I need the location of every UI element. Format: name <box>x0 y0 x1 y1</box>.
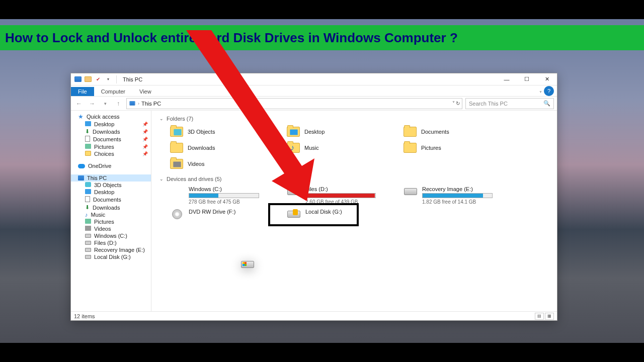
sidebar-item-files-d-[interactable]: Files (D:) <box>71 239 151 246</box>
sidebar-item-3d-objects[interactable]: 3D Objects <box>71 182 151 189</box>
sidebar-item-choices[interactable]: Choices 📌 <box>71 150 151 157</box>
drive-icon <box>85 254 91 260</box>
sidebar-item-desktop[interactable]: Desktop <box>71 189 151 196</box>
drive-label: Files (D:) <box>305 186 376 192</box>
sidebar-item-desktop[interactable]: Desktop 📌 <box>71 121 151 128</box>
qat-properties-icon[interactable] <box>84 75 92 83</box>
nav-forward-button[interactable]: → <box>87 99 97 109</box>
sidebar-item-pictures[interactable]: Pictures 📌 <box>71 143 151 150</box>
drive-local-disk-g-[interactable]: Local Disk (G:) <box>285 208 396 221</box>
drive-icon <box>403 186 418 197</box>
desktop-icon <box>85 189 91 195</box>
qat-dropdown-icon[interactable]: ▾ <box>104 75 112 83</box>
drive-icon <box>85 233 91 239</box>
drive-icon <box>170 186 185 197</box>
drive-label: Recovery Image (E:) <box>422 186 493 192</box>
drive-usage-bar <box>422 193 493 198</box>
sidebar-item-windows-c-[interactable]: Windows (C:) <box>71 232 151 239</box>
tab-view[interactable]: View <box>132 87 158 96</box>
sidebar-item-label: Music <box>91 212 106 218</box>
nav-up-button[interactable]: ↑ <box>113 99 123 109</box>
section-folders-header[interactable]: ⌄ Folders (7) <box>159 116 552 122</box>
folder-icon <box>85 151 91 157</box>
search-icon: 🔍 <box>543 100 550 107</box>
tab-file[interactable]: File <box>71 87 94 96</box>
sidebar-onedrive[interactable]: OneDrive <box>71 162 151 169</box>
sidebar-item-downloads[interactable]: ⬇ Downloads 📌 <box>71 128 151 135</box>
sidebar-item-pictures[interactable]: Pictures <box>71 218 151 225</box>
folder-icon <box>170 158 184 170</box>
cloud-icon <box>78 164 85 168</box>
drive-free-text: 2.60 GB free of 439 GB <box>305 199 376 205</box>
sidebar-item-label: Recovery Image (E:) <box>94 247 145 253</box>
drive-dvd-rw-drive-f-[interactable]: DVD RW Drive (F:) <box>169 208 279 221</box>
sidebar-item-downloads[interactable]: ⬇ Downloads <box>71 204 151 211</box>
qat-newfolder-icon[interactable]: ✔ <box>94 75 102 83</box>
sidebar-item-recovery-image-e-[interactable]: Recovery Image (E:) <box>71 246 151 253</box>
folder-3d-objects[interactable]: 3D Objects <box>169 125 279 139</box>
folder-desktop[interactable]: Desktop <box>285 125 396 139</box>
folder-music[interactable]: ♪ Music <box>285 141 396 155</box>
doc-icon <box>85 136 90 143</box>
sidebar-item-label: Local Disk (G:) <box>94 254 131 260</box>
search-input[interactable]: Search This PC 🔍 <box>465 98 554 109</box>
folder-label: Videos <box>188 161 204 167</box>
title-banner-text: How to Lock and Unlock entire Hard Disk … <box>5 30 458 46</box>
titlebar-separator <box>116 75 117 83</box>
folder-documents[interactable]: Documents <box>402 125 513 139</box>
drive-recovery-image-e-[interactable]: Recovery Image (E:) 1.82 GB free of 14.1… <box>402 185 513 206</box>
sidebar-item-label: Desktop <box>94 121 114 127</box>
section-drives-header[interactable]: ⌄ Devices and drives (5) <box>159 176 552 182</box>
view-tiles-button[interactable]: ▦ <box>545 313 554 320</box>
folder-videos[interactable]: Videos <box>169 157 279 171</box>
status-bar: 12 items ▤ ▦ <box>71 311 557 320</box>
window-title: This PC <box>121 76 142 82</box>
nav-back-button[interactable]: ← <box>74 99 84 109</box>
address-bar[interactable]: › This PC ˅ ↻ <box>126 98 462 109</box>
sidebar-item-music[interactable]: ♪ Music <box>71 211 151 218</box>
sidebar-quick-access[interactable]: ★ Quick access <box>71 113 151 121</box>
folder-icon: ♪ <box>286 142 300 154</box>
refresh-button[interactable]: ↻ <box>456 101 460 106</box>
sidebar-item-label: Documents <box>93 197 121 203</box>
sidebar-this-pc[interactable]: This PC <box>71 174 151 182</box>
folder-pictures[interactable]: Pictures <box>402 141 513 155</box>
folder-downloads[interactable]: Downloads <box>169 141 279 155</box>
address-bar-row: ← → ▾ ↑ › This PC ˅ ↻ Search This PC 🔍 <box>71 97 557 111</box>
sidebar-label: This PC <box>87 175 107 181</box>
minimize-button[interactable]: — <box>497 73 517 85</box>
pin-icon: 📌 <box>142 151 148 156</box>
sidebar-item-local-disk-g-[interactable]: Local Disk (G:) <box>71 253 151 260</box>
pic-icon <box>85 219 91 225</box>
sidebar-item-videos[interactable]: Videos <box>71 225 151 232</box>
content-pane: ⌄ Folders (7) 3D Objects Desktop Documen… <box>151 111 557 311</box>
status-item-count: 12 items <box>74 313 95 319</box>
maximize-button[interactable]: ☐ <box>517 73 537 85</box>
pc-icon <box>74 75 82 83</box>
tab-computer[interactable]: Computer <box>94 87 132 96</box>
chevron-down-icon: ⌄ <box>159 116 164 121</box>
titlebar: ✔ ▾ This PC — ☐ ✕ <box>71 73 557 85</box>
sidebar-item-documents[interactable]: Documents <box>71 196 151 204</box>
drive-icon <box>286 186 301 197</box>
drive-windows-c-[interactable]: Windows (C:) 278 GB free of 475 GB <box>169 185 279 206</box>
sidebar-item-label: Downloads <box>93 129 120 135</box>
folder-icon <box>170 142 184 154</box>
help-button[interactable]: ? <box>544 86 554 96</box>
drive-label: Windows (C:) <box>189 186 259 192</box>
drive-usage-bar <box>189 193 259 198</box>
ribbon-tabs: File Computer View ˅ ? <box>71 85 557 97</box>
folder-icon <box>403 126 417 138</box>
ribbon-expand-icon[interactable]: ˅ <box>539 90 542 96</box>
breadcrumb[interactable]: This PC <box>141 101 161 107</box>
address-dropdown-icon[interactable]: ˅ <box>452 101 455 106</box>
drive-files-d-[interactable]: Files (D:) 2.60 GB free of 439 GB <box>285 185 396 206</box>
sidebar-item-documents[interactable]: Documents 📌 <box>71 135 151 143</box>
folder-label: 3D Objects <box>188 129 215 135</box>
breadcrumb-sep-icon: › <box>138 101 139 106</box>
close-button[interactable]: ✕ <box>537 73 557 85</box>
folder-label: Music <box>304 145 319 151</box>
view-details-button[interactable]: ▤ <box>535 313 544 320</box>
nav-history-button[interactable]: ▾ <box>100 99 110 109</box>
sidebar-item-label: Downloads <box>93 205 120 211</box>
